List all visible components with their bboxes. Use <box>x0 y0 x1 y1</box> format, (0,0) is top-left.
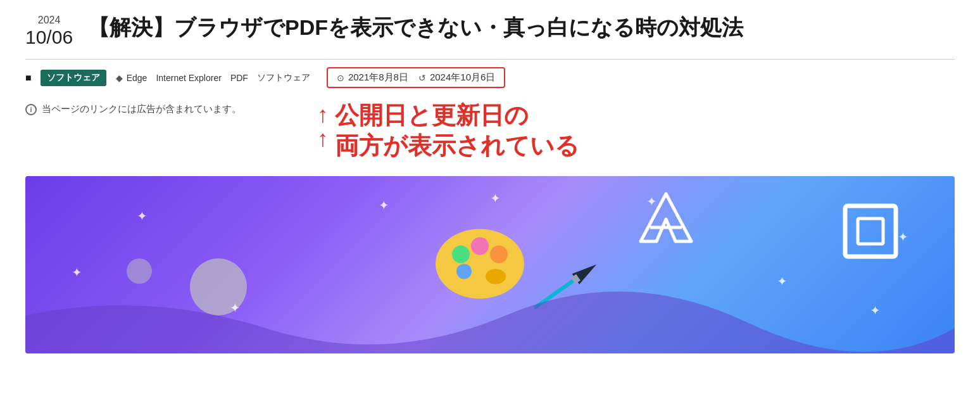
svg-point-3 <box>471 238 489 255</box>
article-date: 2024 10/06 <box>25 13 73 49</box>
article-year: 2024 <box>38 14 61 26</box>
tag-software[interactable]: ソフトウェア <box>41 70 106 86</box>
tag-edge-label: Edge <box>127 73 148 83</box>
article-header: 2024 10/06 【解決】ブラウザでPDFを表示できない・真っ白になる時の対… <box>25 13 955 49</box>
page-container: 2024 10/06 【解決】ブラウザでPDFを表示できない・真っ白になる時の対… <box>0 0 980 353</box>
svg-rect-11 <box>845 206 896 257</box>
tags-meta-row: ■ ソフトウェア ◆ Edge Internet Explorer PDF ソフ… <box>25 67 955 88</box>
article-title: 【解決】ブラウザでPDFを表示できない・真っ白になる時の対処法 <box>88 13 955 43</box>
annotation-line2: 両方が表示されている <box>335 132 579 159</box>
clock-icon: ⊙ <box>337 73 344 83</box>
art-square-icon <box>842 203 899 260</box>
sparkle-7: ✦ <box>898 229 908 245</box>
annotation-arrows: ↑ ↑ <box>317 101 329 150</box>
svg-marker-9 <box>641 194 691 241</box>
wave-decoration <box>25 277 955 353</box>
sparkle-9: ✦ <box>490 191 501 206</box>
annotation-area: i 当ページのリンクには広告が含まれています。 ↑ ↑ 公開日と更新日の 両方が… <box>25 101 955 161</box>
published-date-item: ⊙ 2021年8月8日 <box>337 72 408 84</box>
article-image: ✦ ✦ ✦ ✦ ✦ ✦ ✦ ✦ ✦ <box>25 176 955 353</box>
date-badge: ⊙ 2021年8月8日 ↺ 2024年10月6日 <box>327 67 505 88</box>
tag-pdf[interactable]: PDF <box>230 73 248 83</box>
arrow-icon-2: ↑ <box>317 127 329 150</box>
diamond-icon: ◆ <box>115 73 124 82</box>
tag-edge[interactable]: ◆ Edge <box>115 73 148 83</box>
tag-ie[interactable]: Internet Explorer <box>156 73 222 83</box>
sparkle-4: ✦ <box>379 198 389 213</box>
updated-date-item: ↺ 2024年10月6日 <box>418 72 495 84</box>
image-background: ✦ ✦ ✦ ✦ ✦ ✦ ✦ ✦ ✦ <box>25 176 955 353</box>
svg-point-2 <box>452 246 470 264</box>
tag-ie-label: Internet Explorer <box>156 73 222 83</box>
arrow-icon-1: ↑ <box>317 103 329 126</box>
tag-software2[interactable]: ソフトウェア <box>257 72 310 84</box>
tag-software2-label: ソフトウェア <box>257 72 310 84</box>
article-month-day: 10/06 <box>25 26 73 49</box>
annotation-line1: 公開日と更新日の <box>335 102 529 129</box>
divider <box>25 59 955 60</box>
annotation-callout: ↑ ↑ 公開日と更新日の 両方が表示されている <box>317 101 579 161</box>
refresh-icon: ↺ <box>418 73 426 83</box>
updated-date: 2024年10月6日 <box>430 72 495 84</box>
svg-point-5 <box>456 264 472 279</box>
svg-point-4 <box>490 246 508 264</box>
sparkle-1: ✦ <box>137 208 148 224</box>
notice-text: i 当ページのリンクには広告が含まれています。 <box>25 101 241 115</box>
black-square-icon: ■ <box>25 72 32 84</box>
svg-rect-12 <box>858 219 883 244</box>
notice-label: 当ページのリンクには広告が含まれています。 <box>42 103 241 115</box>
art-letter-a-icon <box>638 191 694 248</box>
info-icon: i <box>25 104 37 115</box>
tag-pdf-label: PDF <box>230 73 248 83</box>
published-date: 2021年8月8日 <box>348 72 408 84</box>
annotation-text: 公開日と更新日の 両方が表示されている <box>335 101 579 161</box>
